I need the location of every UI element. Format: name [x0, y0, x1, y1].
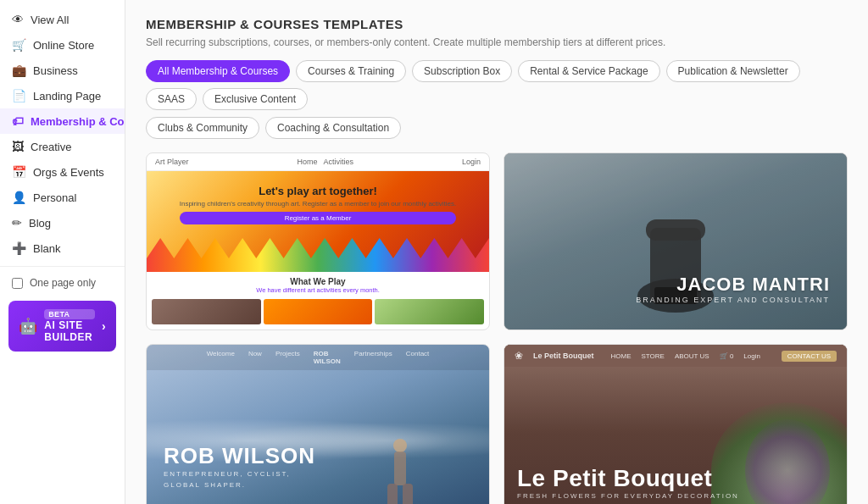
- filter-saas[interactable]: SAAS: [146, 88, 197, 110]
- filter-exclusive[interactable]: Exclusive Content: [203, 88, 308, 110]
- sidebar-item-view-all[interactable]: 👁 View All: [0, 7, 125, 32]
- template-card-le-petit-bouquet[interactable]: ❀ Le Petit Bouquet HOME STORE ABOUT US 🛒…: [504, 344, 848, 504]
- briefcase-icon: 💼: [12, 64, 26, 77]
- jacob-content: JACOB MANTRI BRANDING EXPERT AND CONSULT…: [636, 274, 830, 304]
- svg-rect-6: [387, 484, 398, 504]
- tag-icon: 🏷: [12, 114, 24, 128]
- filter-subscription-box[interactable]: Subscription Box: [412, 60, 512, 82]
- art-player-what-title: What We Play: [155, 277, 481, 286]
- art-thumb-2: [264, 299, 373, 324]
- sidebar-item-orgs-events[interactable]: 📅 Orgs & Events: [0, 159, 125, 185]
- art-player-headline: Let's play art together!: [180, 185, 457, 197]
- sidebar-item-business[interactable]: 💼 Business: [0, 58, 125, 83]
- svg-rect-7: [403, 484, 413, 504]
- art-player-register-btn: Register as a Member: [180, 212, 457, 224]
- sidebar-label: Blog: [29, 217, 51, 230]
- one-page-only-checkbox[interactable]: One page only: [0, 272, 125, 294]
- calendar-icon: 📅: [12, 165, 26, 179]
- template-card-rob-wilson[interactable]: Welcome Now Projects ROBWILSON Partnersh…: [146, 344, 490, 504]
- svg-rect-5: [394, 451, 406, 485]
- frame-icon: 🖼: [12, 140, 24, 153]
- main-content: MEMBERSHIP & COURSES TEMPLATES Sell recu…: [125, 0, 868, 504]
- bouquet-main-text: Le Petit Bouquet FRESH FLOWERS FOR EVERY…: [517, 466, 739, 500]
- bouquet-headline: Le Petit Bouquet: [517, 466, 739, 492]
- filter-publication[interactable]: Publication & Newsletter: [666, 60, 800, 82]
- sidebar-item-online-store[interactable]: 🛒 Online Store: [0, 32, 125, 58]
- svg-point-4: [393, 439, 407, 452]
- filter-coaching[interactable]: Coaching & Consultation: [265, 117, 401, 139]
- sidebar-label: View All: [31, 14, 69, 26]
- art-player-login: Login: [462, 158, 481, 166]
- sidebar-label: Creative: [31, 141, 71, 153]
- robot-icon: 🤖: [19, 317, 37, 335]
- jacob-tagline: BRANDING EXPERT AND CONSULTANT: [636, 296, 830, 304]
- sidebar-label: Online Store: [33, 39, 94, 52]
- sidebar-divider: [0, 266, 125, 267]
- filter-rental-service[interactable]: Rental & Service Package: [518, 60, 659, 82]
- page-icon: 📄: [12, 89, 26, 102]
- person-icon: 👤: [12, 191, 26, 204]
- sidebar-item-landing-page[interactable]: 📄 Landing Page: [0, 83, 125, 108]
- ai-site-builder-button[interactable]: 🤖 BETA AI SITE BUILDER ›: [8, 301, 116, 352]
- rob-main-text: ROB WILSON ENTREPRENEUR, CYCLIST,GLOBAL …: [164, 443, 315, 491]
- sidebar: 👁 View All 🛒 Online Store 💼 Business 📄 L…: [0, 0, 125, 504]
- art-player-topbar: Art Player Home Activities Login: [147, 153, 489, 171]
- art-thumb-3: [375, 299, 484, 324]
- page-title: MEMBERSHIP & COURSES TEMPLATES: [146, 17, 848, 31]
- flower-logo-icon: ❀: [515, 350, 523, 362]
- store-icon: 🛒: [12, 38, 26, 52]
- filter-clubs[interactable]: Clubs & Community: [146, 117, 259, 139]
- sidebar-label: Business: [33, 64, 78, 77]
- rob-topbar: Welcome Now Projects ROBWILSON Partnersh…: [147, 345, 489, 370]
- filter-all[interactable]: All Membership & Courses: [146, 60, 290, 82]
- sidebar-item-membership[interactable]: 🏷 Membership & Courses ›: [0, 108, 125, 134]
- bouquet-logo-text: Le Petit Bouquet: [533, 352, 594, 360]
- template-card-jacob-mantri[interactable]: JACOB MANTRI BRANDING EXPERT AND CONSULT…: [504, 152, 848, 330]
- filter-courses-training[interactable]: Courses & Training: [296, 60, 406, 82]
- sidebar-label: Membership & Courses: [31, 115, 125, 128]
- svg-rect-2: [646, 219, 705, 241]
- art-player-subtext: Inspiring children's creativity through …: [180, 200, 457, 208]
- pencil-icon: ✏: [12, 216, 22, 230]
- bouquet-tagline: FRESH FLOWERS FOR EVERYDAY DECORATION: [517, 492, 739, 500]
- art-player-hero: Let's play art together! Inspiring child…: [147, 171, 489, 272]
- template-grid: Art Player Home Activities Login Let's p…: [146, 152, 848, 504]
- rob-headline: ROB WILSON: [164, 443, 315, 469]
- sidebar-label: Landing Page: [33, 90, 101, 102]
- arrow-right-icon: ›: [102, 319, 106, 333]
- one-page-checkbox-input[interactable]: [12, 278, 23, 289]
- art-player-what-sub: We have different art activities every m…: [155, 286, 481, 294]
- sidebar-label: Orgs & Events: [33, 166, 104, 179]
- sidebar-label: Personal: [33, 191, 76, 204]
- filter-row-2: Clubs & Community Coaching & Consultatio…: [146, 117, 848, 139]
- art-thumb-1: [152, 299, 261, 324]
- rob-figure: [379, 433, 421, 504]
- sidebar-item-blog[interactable]: ✏ Blog: [0, 210, 125, 235]
- sidebar-item-personal[interactable]: 👤 Personal: [0, 185, 125, 210]
- bouquet-topbar: ❀ Le Petit Bouquet HOME STORE ABOUT US 🛒…: [504, 345, 847, 367]
- ai-builder-label: AI SITE BUILDER: [44, 319, 95, 343]
- art-player-logo: Art Player: [155, 158, 189, 166]
- sidebar-item-creative[interactable]: 🖼 Creative: [0, 134, 125, 159]
- page-subtitle: Sell recurring subscriptions, courses, o…: [146, 36, 848, 48]
- template-card-art-player[interactable]: Art Player Home Activities Login Let's p…: [146, 152, 490, 330]
- beta-badge: BETA: [44, 309, 95, 319]
- sidebar-label: Blank: [33, 242, 61, 255]
- filter-row-1: All Membership & Courses Courses & Train…: [146, 60, 848, 110]
- art-player-what-section: What We Play We have different art activ…: [147, 272, 489, 299]
- bouquet-contact-btn: CONTACT US: [782, 351, 837, 362]
- jacob-name: JACOB MANTRI: [636, 274, 830, 296]
- art-player-bottom-images: [147, 299, 489, 330]
- one-page-label: One page only: [30, 277, 96, 289]
- rob-tagline: ENTREPRENEUR, CYCLIST,GLOBAL SHAPER.: [164, 469, 315, 491]
- jacob-shoes: [625, 177, 726, 330]
- sidebar-item-blank[interactable]: ➕ Blank: [0, 235, 125, 261]
- eye-icon: 👁: [12, 13, 24, 26]
- plus-icon: ➕: [12, 241, 26, 255]
